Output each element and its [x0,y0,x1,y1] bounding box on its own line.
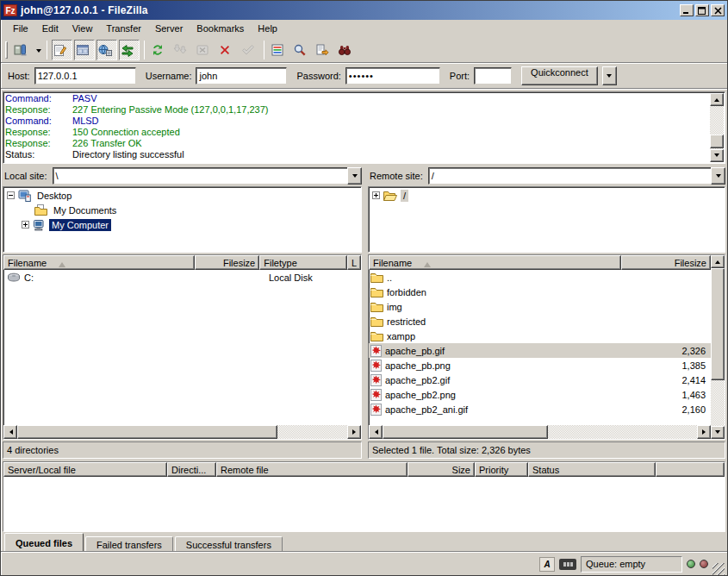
file-row[interactable]: restricted [369,314,711,329]
remote-vertical-scrollbar[interactable] [711,255,725,439]
column-header-filesize[interactable]: Filesize [621,255,711,270]
remote-horizontal-scrollbar[interactable] [369,425,711,439]
minimize-button[interactable] [680,4,694,16]
site-manager-dropdown-arrow-icon[interactable] [36,49,41,55]
quickconnect-button[interactable]: Quickconnect [521,66,598,85]
tab-failed-transfers[interactable]: Failed transfers [85,536,173,552]
file-row[interactable]: apache_pb.png1,385 [369,358,711,373]
resize-grip[interactable] [712,563,725,575]
file-row[interactable]: xampp [369,329,711,343]
title-bar[interactable]: Fz john@127.0.0.1 - FileZilla [1,1,727,20]
site-manager-button[interactable] [12,40,33,60]
menu-help[interactable]: Help [251,22,284,35]
local-horizontal-scrollbar[interactable] [3,425,361,439]
file-row[interactable]: C:Local Disk [3,270,361,285]
toggle-message-log-button[interactable] [52,40,72,60]
scroll-thumb[interactable] [17,425,277,439]
password-input[interactable]: •••••• [345,67,440,85]
host-input[interactable]: 127.0.0.1 [34,67,136,85]
delete-button[interactable] [216,40,237,60]
collapse-minus-icon[interactable] [7,191,15,199]
column-header-priority[interactable]: Priority [475,462,528,477]
column-header-filename[interactable]: Filename [369,255,621,270]
column-header-directi-[interactable]: Directi... [167,462,216,477]
tree-item[interactable]: Desktop [3,188,361,203]
column-header-filesize[interactable]: Filesize [195,255,259,270]
column-header-filename[interactable]: Filename [3,255,195,270]
transfer-queue-body[interactable] [3,477,725,531]
file-row[interactable]: apache_pb2_ani.gif2,160 [369,402,711,416]
remote-site-combo[interactable]: / [428,167,725,185]
scroll-down-button[interactable] [710,149,724,162]
toggle-transfer-queue-button[interactable] [119,40,140,60]
menu-transfer[interactable]: Transfer [99,22,148,35]
scroll-right-button[interactable] [347,425,361,439]
file-row[interactable]: apache_pb2.png1,463 [369,387,711,402]
log-scrollbar[interactable] [710,93,724,162]
scroll-right-button[interactable] [697,425,711,439]
scroll-thumb[interactable] [711,268,725,380]
column-header-status[interactable]: Status [528,462,656,477]
toolbar-grip[interactable] [5,41,8,59]
refresh-icon [151,43,165,57]
toggle-local-tree-button[interactable] [74,40,95,60]
maximize-button[interactable] [695,4,709,16]
log-line-label: Response: [5,104,72,116]
log-line-text: 227 Entering Passive Mode (127,0,0,1,17,… [72,104,268,116]
tab-queued-files[interactable]: Queued files [4,533,84,552]
scroll-left-button[interactable] [3,425,17,439]
file-row[interactable]: apache_pb2.gif2,414 [369,373,711,387]
menu-file[interactable]: File [6,22,35,35]
refresh-button[interactable] [149,40,170,60]
username-input[interactable]: john [196,67,287,85]
scroll-left-button[interactable] [369,425,383,439]
expand-plus-icon[interactable] [22,221,29,229]
file-row[interactable]: img [369,299,711,314]
expand-plus-icon[interactable] [372,191,380,199]
column-header-size[interactable]: Size [408,462,475,477]
tree-item[interactable]: / [369,188,725,203]
file-row[interactable]: .. [369,270,711,285]
local-site-value[interactable]: \ [53,167,347,185]
file-name: restricted [387,316,426,327]
column-header-label: Server/Local file [8,465,76,475]
column-header-[interactable] [656,462,725,477]
file-row[interactable]: forbidden [369,285,711,299]
compare-directories-button[interactable] [314,40,334,60]
speed-limit-indicator-icon[interactable] [559,559,576,570]
remote-site-value[interactable]: / [428,167,711,185]
find-button[interactable] [291,40,312,60]
synchronized-browsing-button[interactable] [336,40,357,60]
scroll-down-button[interactable] [711,426,725,439]
quickconnect-dropdown-button[interactable] [602,66,617,85]
local-site-combo[interactable]: \ [53,167,362,185]
port-input[interactable] [474,67,512,85]
menu-server[interactable]: Server [148,22,190,35]
filter-button[interactable] [269,40,289,60]
transfer-type-indicator-icon[interactable]: A [539,557,555,572]
file-row[interactable]: apache_pb.gif2,326 [369,343,711,358]
tab-successful-transfers[interactable]: Successful transfers [175,536,283,552]
apply-button[interactable] [239,40,259,60]
scroll-up-button[interactable] [710,93,724,106]
column-header-server-local-file[interactable]: Server/Local file [3,462,167,477]
cancel-operation-button[interactable] [194,40,215,60]
column-header-remote-file[interactable]: Remote file [216,462,408,477]
process-queue-button[interactable] [171,40,192,60]
close-button[interactable] [711,4,725,16]
scroll-thumb[interactable] [710,135,724,148]
toggle-remote-tree-button[interactable] [96,40,117,60]
remote-site-dropdown-button[interactable] [711,167,725,185]
close-icon [714,7,722,15]
menu-edit[interactable]: Edit [35,22,65,35]
tree-item[interactable]: My Computer [3,217,361,232]
menu-view[interactable]: View [65,22,100,35]
local-site-dropdown-button[interactable] [347,167,362,185]
column-header-filetype[interactable]: Filetype [259,255,347,270]
column-header-l[interactable]: L [347,255,361,270]
scroll-up-button[interactable] [711,255,725,268]
password-label: Password: [296,71,340,81]
scroll-thumb[interactable] [383,425,548,439]
menu-bookmarks[interactable]: Bookmarks [190,22,251,35]
tree-item[interactable]: My Documents [3,203,361,217]
